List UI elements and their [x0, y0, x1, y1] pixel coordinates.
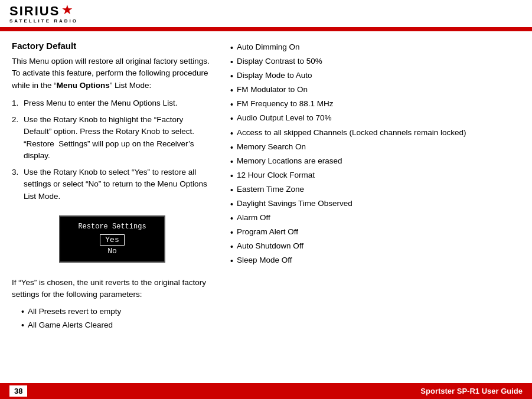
right-list-item: Display Mode to Auto [230, 69, 520, 83]
logo-container: SIRIUS ★ SATELLITE RADIO [9, 5, 78, 24]
main-content: Factory Default This Menu option will re… [0, 31, 532, 332]
right-column: Auto Dimming OnDisplay Contrast to 50%Di… [230, 41, 520, 332]
logo: SIRIUS ★ SATELLITE RADIO [9, 5, 78, 24]
step-2-num: 2. [12, 114, 21, 162]
right-list-item: Eastern Time Zone [230, 183, 520, 197]
screen-line3: No [68, 247, 156, 256]
screen-line2: Yes [100, 234, 124, 246]
right-list-item: Daylight Savings Time Observed [230, 197, 520, 211]
step-2: 2. Use the Rotary Knob to highlight the … [12, 114, 213, 162]
step-3-text: Use the Rotary Knob to select “Yes” to r… [24, 166, 213, 202]
intro-text: This Menu option will restore all origin… [12, 55, 213, 91]
right-list-item: Alarm Off [230, 211, 520, 225]
page-number: 38 [9, 385, 27, 397]
left-column: Factory Default This Menu option will re… [12, 41, 213, 332]
logo-text: SIRIUS [9, 5, 60, 18]
screen-line1: Restore Settings [68, 223, 156, 231]
right-list-item: Program Alert Off [230, 225, 520, 240]
guide-title: Sportster SP-R1 User Guide [420, 387, 523, 395]
step-3-num: 3. [12, 166, 21, 202]
right-list-item: Auto Dimming On [230, 41, 520, 55]
step-2-text: Use the Rotary Knob to highlight the “Fa… [24, 114, 213, 162]
sub-list-item: All Game Alerts Cleared [21, 319, 213, 332]
right-list-item: Display Contrast to 50% [230, 55, 520, 69]
sub-list-item: All Presets revert to empty [21, 305, 213, 318]
right-list: Auto Dimming OnDisplay Contrast to 50%Di… [230, 41, 520, 269]
step-1-num: 1. [12, 97, 21, 109]
sub-list: All Presets revert to empty All Game Ale… [12, 305, 213, 332]
right-list-item: Access to all skipped Channels (Locked c… [230, 126, 520, 140]
right-list-item: Sleep Mode Off [230, 254, 520, 268]
page-header: SIRIUS ★ SATELLITE RADIO [0, 0, 532, 29]
step-1: 1. Press Menu to enter the Menu Options … [12, 97, 213, 109]
step-3: 3. Use the Rotary Knob to select “Yes” t… [12, 166, 213, 202]
right-list-item: FM Modulator to On [230, 83, 520, 97]
page-footer: 38 Sportster SP-R1 User Guide [0, 383, 532, 399]
after-screen-text: If “Yes” is chosen, the unit reverts to … [12, 277, 213, 301]
right-list-item: 12 Hour Clock Format [230, 169, 520, 183]
section-title: Factory Default [12, 41, 213, 51]
step-1-text: Press Menu to enter the Menu Options Lis… [24, 97, 213, 109]
right-list-item: FM Frequency to 88.1 MHz [230, 97, 520, 112]
right-list-item: Auto Shutdown Off [230, 240, 520, 254]
logo-subtitle: SATELLITE RADIO [9, 18, 78, 24]
right-list-item: Memory Search On [230, 140, 520, 155]
logo-star-icon: ★ [61, 4, 73, 17]
right-list-item: Memory Locations are erased [230, 155, 520, 169]
right-list-item: Audio Output Level to 70% [230, 112, 520, 126]
screen-image: Restore Settings Yes No [59, 215, 165, 263]
